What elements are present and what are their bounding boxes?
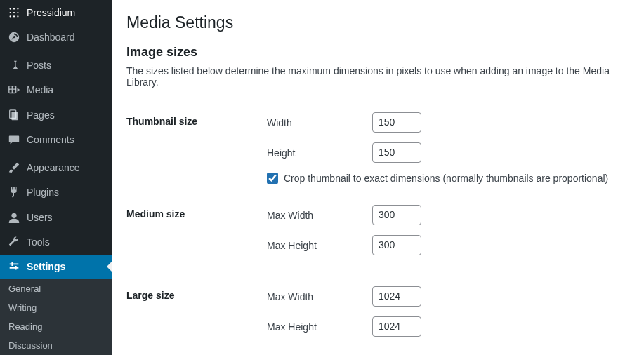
thumbnail-height-label: Height — [267, 147, 372, 159]
thumbnail-width-label: Width — [267, 117, 372, 128]
large-height-label: Max Height — [267, 321, 372, 333]
medium-height-row: Max Height — [267, 235, 630, 255]
plug-icon — [7, 185, 21, 199]
sidebar-item-label: Settings — [27, 261, 65, 272]
medium-width-input[interactable] — [372, 205, 421, 225]
media-icon — [7, 83, 21, 97]
svg-point-4 — [13, 12, 15, 13]
svg-point-0 — [10, 8, 11, 9]
thumbnail-height-input[interactable] — [372, 142, 421, 163]
thumbnail-height-row: Height — [267, 142, 630, 163]
medium-heading: Medium size — [126, 194, 267, 276]
large-height-row: Max Height — [267, 316, 630, 337]
sliders-icon — [7, 260, 21, 274]
sidebar-item-label: Tools — [27, 236, 50, 248]
svg-point-8 — [17, 15, 18, 17]
submenu-discussion[interactable]: Discussion — [0, 336, 112, 355]
thumbnail-heading: Thumbnail size — [126, 102, 267, 194]
medium-height-label: Max Height — [267, 240, 372, 251]
page-title: Media Settings — [126, 7, 630, 35]
sidebar-item-comments[interactable]: Comments — [0, 127, 112, 152]
large-heading: Large size — [126, 276, 267, 355]
svg-point-1 — [13, 8, 15, 9]
svg-point-2 — [17, 8, 18, 9]
sidebar-item-settings[interactable]: Settings — [0, 255, 112, 279]
thumbnail-width-row: Width — [267, 112, 630, 133]
sidebar-item-label: Appearance — [27, 162, 80, 173]
thumbnail-crop-label[interactable]: Crop thumbnail to exact dimensions (norm… — [284, 173, 608, 184]
section-description: The sizes listed below determine the max… — [126, 65, 630, 88]
section-title: Image sizes — [126, 45, 630, 60]
sidebar-item-tools[interactable]: Tools — [0, 229, 112, 254]
dashboard-icon — [7, 30, 21, 44]
sidebar-item-media[interactable]: Media — [0, 78, 112, 102]
sidebar-item-label: Pages — [27, 109, 55, 121]
sidebar-item-posts[interactable]: Posts — [0, 53, 112, 77]
sidebar-item-dashboard[interactable]: Dashboard — [0, 25, 112, 49]
thumbnail-width-input[interactable] — [372, 112, 421, 133]
pressidium-icon — [7, 6, 21, 20]
thumbnail-crop-row: Crop thumbnail to exact dimensions (norm… — [267, 173, 630, 184]
large-height-input[interactable] — [372, 316, 421, 337]
wrench-icon — [7, 235, 21, 249]
user-icon — [7, 210, 21, 225]
svg-point-7 — [13, 15, 15, 17]
sidebar-item-plugins[interactable]: Plugins — [0, 180, 112, 205]
medium-width-row: Max Width — [267, 205, 630, 225]
sidebar-item-users[interactable]: Users — [0, 205, 112, 229]
submenu-reading[interactable]: Reading — [0, 317, 112, 336]
submenu-writing[interactable]: Writing — [0, 298, 112, 317]
content-area: Media Settings Image sizes The sizes lis… — [112, 0, 644, 355]
settings-form: Thumbnail size Width Height Crop thumbna… — [126, 102, 630, 355]
medium-height-input[interactable] — [372, 235, 421, 255]
pin-icon — [7, 58, 21, 72]
sidebar-item-label: Media — [27, 84, 53, 95]
comments-icon — [7, 133, 21, 147]
sidebar-item-pages[interactable]: Pages — [0, 102, 112, 127]
large-width-row: Max Width — [267, 286, 630, 307]
sidebar-item-appearance[interactable]: Appearance — [0, 155, 112, 180]
large-width-input[interactable] — [372, 286, 421, 307]
svg-point-3 — [10, 12, 11, 13]
submenu-general[interactable]: General — [0, 279, 112, 298]
sidebar-item-label: Users — [27, 212, 53, 223]
large-width-label: Max Width — [267, 291, 372, 302]
svg-point-5 — [17, 12, 18, 13]
admin-sidebar: Pressidium Dashboard Posts Media Pages C… — [0, 0, 112, 355]
sidebar-brand[interactable]: Pressidium — [0, 0, 112, 25]
pages-icon — [7, 108, 21, 122]
medium-width-label: Max Width — [267, 210, 372, 221]
thumbnail-crop-checkbox[interactable] — [267, 173, 278, 184]
svg-point-12 — [11, 213, 16, 217]
svg-rect-11 — [11, 112, 18, 120]
svg-point-6 — [10, 15, 11, 17]
brand-label: Pressidium — [27, 7, 75, 18]
sidebar-item-label: Dashboard — [27, 32, 75, 43]
brush-icon — [7, 161, 21, 175]
sidebar-item-label: Posts — [27, 60, 51, 71]
settings-submenu: General Writing Reading Discussion — [0, 279, 112, 355]
sidebar-item-label: Plugins — [27, 187, 59, 198]
sidebar-item-label: Comments — [27, 134, 74, 145]
